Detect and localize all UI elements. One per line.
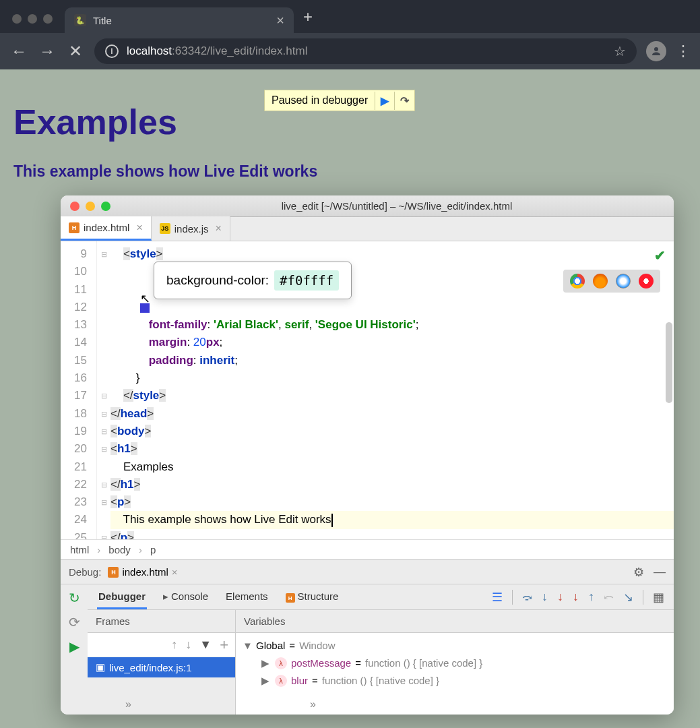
tab-structure[interactable]: HStructure bbox=[284, 585, 340, 609]
bookmark-icon[interactable]: ☆ bbox=[614, 43, 626, 59]
line-gutter[interactable]: 910111213141516171819202122232425 bbox=[61, 241, 97, 539]
smart-step-icon[interactable]: ↓ bbox=[573, 590, 579, 604]
opera-icon[interactable] bbox=[639, 274, 654, 289]
forward-icon[interactable]: → bbox=[38, 42, 57, 61]
mouse-cursor: ↖ bbox=[140, 290, 150, 307]
paused-banner: Paused in debugger ▶ ↷ bbox=[264, 90, 415, 111]
new-tab-button[interactable]: + bbox=[294, 7, 322, 33]
inspection-ok-icon[interactable]: ✔ bbox=[654, 247, 666, 264]
filter-icon[interactable]: ▼ bbox=[199, 638, 212, 652]
refresh-icon[interactable]: ⟳ bbox=[69, 614, 80, 630]
tab-index-js[interactable]: JS index.js × bbox=[152, 216, 230, 241]
tab-elements[interactable]: Elements bbox=[224, 585, 269, 609]
stop-icon[interactable]: ✕ bbox=[66, 42, 85, 61]
tab-title: Title bbox=[93, 15, 112, 26]
minimize-icon[interactable]: — bbox=[654, 565, 666, 580]
browser-tab[interactable]: 🐍 Title × bbox=[65, 7, 294, 33]
ide-close-dot[interactable] bbox=[70, 202, 79, 211]
scrollbar-vertical[interactable] bbox=[666, 322, 672, 403]
run-to-cursor-icon[interactable]: ↘ bbox=[623, 590, 633, 605]
close-dot[interactable] bbox=[12, 14, 22, 24]
force-step-in-icon[interactable]: ↓ bbox=[557, 590, 563, 604]
variables-list[interactable]: ▼ Global = Window ▶ λ postMessage = func… bbox=[236, 633, 674, 715]
ide-window: live_edit [~/WS/untitled] – ~/WS/live_ed… bbox=[61, 195, 674, 715]
chrome-icon[interactable] bbox=[570, 274, 585, 289]
debug-config[interactable]: H index.html × bbox=[108, 566, 177, 578]
prev-frame-icon[interactable]: ↑ bbox=[171, 638, 177, 652]
resume-icon[interactable]: ▶ bbox=[69, 638, 79, 655]
favicon: 🐍 bbox=[74, 14, 86, 26]
step-over-icon[interactable]: ⤼ bbox=[522, 590, 532, 605]
resume-button[interactable]: ▶ bbox=[375, 92, 394, 110]
back-icon[interactable]: ← bbox=[9, 42, 28, 61]
frames-header: Frames bbox=[88, 610, 235, 633]
step-out-icon[interactable]: ↑ bbox=[588, 590, 594, 604]
address-bar[interactable]: i localhost:63342/live_edit/index.html ☆ bbox=[94, 38, 637, 64]
frame-icon: ▣ bbox=[96, 661, 105, 673]
overflow-icon[interactable]: » bbox=[310, 698, 316, 710]
profile-icon[interactable] bbox=[646, 41, 666, 61]
paused-text: Paused in debugger bbox=[265, 90, 375, 111]
url-text: localhost:63342/live_edit/index.html bbox=[127, 44, 307, 58]
info-icon[interactable]: i bbox=[105, 44, 119, 58]
overflow-icon[interactable]: » bbox=[125, 698, 131, 710]
debug-panel: Debug: H index.html × ⚙ — ↻ ⟳ ▶ bbox=[61, 559, 674, 715]
debug-label: Debug: bbox=[69, 566, 101, 578]
drop-frame-icon[interactable]: ⤺ bbox=[604, 590, 614, 605]
svg-point-0 bbox=[654, 47, 658, 51]
safari-icon[interactable] bbox=[616, 274, 631, 289]
variables-header: Variables bbox=[236, 610, 674, 633]
close-tab-icon[interactable]: × bbox=[276, 13, 284, 28]
ide-min-dot[interactable] bbox=[86, 202, 95, 211]
next-frame-icon[interactable]: ↓ bbox=[185, 638, 191, 652]
page-subtitle: This example shows how Live Edit works bbox=[13, 162, 687, 181]
step-into-icon[interactable]: ↓ bbox=[542, 590, 548, 604]
breadcrumb[interactable]: html› body› p bbox=[61, 539, 674, 559]
code-editor[interactable]: 910111213141516171819202122232425 ⊟⊟⊟⊟⊟⊟… bbox=[61, 241, 674, 539]
code-area[interactable]: ✔ background-color: #f0ffff ↖ <style> bbox=[110, 241, 674, 539]
rerun-icon[interactable]: ↻ bbox=[69, 590, 80, 606]
debug-side-controls: ↻ ⟳ ▶ bbox=[61, 584, 88, 715]
close-tab-icon[interactable]: × bbox=[136, 222, 142, 234]
editor-tabs: H index.html × JS index.js × bbox=[61, 217, 674, 241]
browser-preview-icons bbox=[563, 270, 660, 293]
html-file-icon: H bbox=[69, 222, 79, 233]
stack-frame[interactable]: ▣ live_edit/index.js:1 bbox=[88, 657, 235, 677]
window-traffic-lights[interactable] bbox=[0, 14, 65, 33]
fold-column[interactable]: ⊟⊟⊟⊟⊟⊟⊟⊟ bbox=[97, 241, 110, 539]
close-tab-icon[interactable]: × bbox=[216, 222, 222, 235]
js-file-icon: JS bbox=[160, 223, 170, 234]
ide-titlebar[interactable]: live_edit [~/WS/untitled] – ~/WS/live_ed… bbox=[61, 195, 674, 217]
color-tooltip: background-color: #f0ffff bbox=[154, 262, 352, 299]
threads-icon[interactable]: ☰ bbox=[492, 590, 503, 605]
ide-title-text: live_edit [~/WS/untitled] – ~/WS/live_ed… bbox=[120, 200, 674, 212]
menu-icon[interactable]: ⋮ bbox=[676, 42, 691, 60]
step-over-button[interactable]: ↷ bbox=[394, 92, 414, 110]
min-dot[interactable] bbox=[28, 14, 37, 24]
tab-index-html[interactable]: H index.html × bbox=[61, 216, 152, 241]
settings-icon[interactable]: ⚙ bbox=[633, 565, 644, 580]
tab-console[interactable]: ▸Console bbox=[162, 585, 210, 609]
ide-max-dot[interactable] bbox=[101, 202, 110, 211]
add-icon[interactable]: + bbox=[220, 636, 228, 654]
max-dot[interactable] bbox=[43, 14, 53, 24]
evaluate-icon[interactable]: ▦ bbox=[653, 590, 664, 605]
frames-tools: ↑ ↓ ▼ + bbox=[88, 633, 235, 657]
tab-debugger[interactable]: Debugger bbox=[97, 585, 147, 609]
firefox-icon[interactable] bbox=[593, 274, 608, 289]
